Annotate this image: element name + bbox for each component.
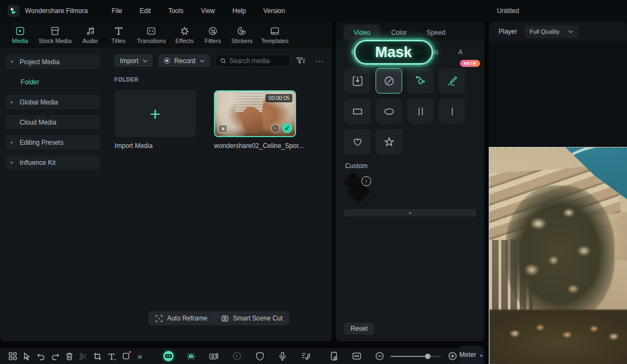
caret-right-icon: ▸ [11,160,15,165]
custom-mask-item[interactable]: ↑ [345,174,372,202]
tab-stock-media[interactable]: Stock Media [36,24,75,45]
menubar: Wondershare Filmora File Edit Tools View… [0,0,627,22]
double-line-mask-icon[interactable] [407,98,434,124]
tab-speed[interactable]: Speed [417,24,454,41]
record-icon [164,58,170,64]
media-body: ▾ Project Media Folder ▸ Global Media Cl… [0,48,332,341]
ai-copilot-icon[interactable] [161,350,175,363]
sidebar-item-project-media[interactable]: ▾ Project Media [5,54,100,69]
split-scissors-icon[interactable] [76,350,90,363]
plus-icon: + [150,104,161,123]
star-mask-icon[interactable] [376,129,402,155]
meter-button[interactable]: Meter ▲ [459,346,483,364]
sidebar-item-editing-presets[interactable]: ▸ Editing Presets [5,135,100,150]
sidebar-item-label: Folder [21,78,39,86]
more-options-icon[interactable]: ··· [315,57,324,65]
tab-transitions[interactable]: Transitions [134,24,169,45]
search-box[interactable] [216,54,291,67]
slider-thumb[interactable] [425,354,431,359]
import-media-label: Import Media [114,142,196,150]
content-toolbar: Import Record [114,54,324,67]
undo-icon[interactable] [34,350,48,363]
video-clip-thumbnail[interactable]: 00:00:05 ▣ ▷ ✓ [214,90,296,137]
chevron-down-icon [143,59,147,63]
filter-icon[interactable] [296,57,305,65]
tab-media[interactable]: Media [8,24,33,45]
smart-brush-mask-icon[interactable] [439,68,465,94]
custom-section-label: Custom [345,162,484,170]
heart-mask-icon[interactable] [344,129,371,155]
menu-view[interactable]: View [194,5,222,17]
pointer-tool-icon[interactable] [20,350,34,363]
workspace-grid-icon[interactable] [5,350,20,363]
menu-tools[interactable]: Tools [162,5,190,17]
redo-icon[interactable] [48,350,62,363]
auto-reframe-button[interactable]: Auto Reframe [155,314,207,323]
timeline-zoom-slider[interactable] [391,356,441,357]
none-mask-icon[interactable] [376,68,402,94]
stock-media-icon [50,26,60,36]
screen-record-icon[interactable] [119,350,133,363]
player-header: Player Full Quality [489,22,627,41]
more-tools-icon[interactable]: » [133,350,147,363]
quality-value: Full Quality [530,28,560,35]
video-preview-selected[interactable] [489,147,627,364]
tab-titles[interactable]: Titles [106,24,131,45]
single-line-mask-icon[interactable] [439,98,465,124]
project-title: Untitled [497,7,519,15]
menu-file[interactable]: File [105,5,128,17]
text-tool-icon[interactable] [104,350,119,363]
tab-filters[interactable]: Filters [200,24,225,45]
subtab-a[interactable]: A [444,48,477,56]
reset-button[interactable]: Reset [344,323,374,335]
tab-video[interactable]: Video [343,24,380,41]
search-input[interactable] [229,57,286,65]
fit-timeline-icon[interactable] [349,350,364,363]
tab-audio[interactable]: Audio [78,24,103,45]
mask-highlight-callout[interactable]: Mask [354,40,433,65]
mask-shape-grid: BETA [336,64,484,155]
menu-edit[interactable]: Edit [133,5,158,17]
sidebar-item-label: Project Media [20,58,59,66]
audio-mixer-icon[interactable] [298,350,312,363]
menu-help[interactable]: Help [226,5,253,17]
sidebar-item-global-media[interactable]: ▸ Global Media [5,95,100,109]
smart-scene-cut-button[interactable]: Smart Scene Cut [221,314,282,323]
tab-effects[interactable]: Effects [172,24,197,45]
zoom-in-icon[interactable] [445,350,459,363]
device-preview-icon[interactable] [327,350,341,363]
import-media-tile[interactable]: + [114,90,196,137]
playback-quality-dropdown[interactable]: Full Quality [525,26,578,38]
sidebar-item-cloud-media[interactable]: Cloud Media [5,115,100,129]
delete-icon[interactable] [62,350,76,363]
sidebar-item-influence-kit[interactable]: ▸ Influence Kit [5,155,100,170]
render-preview-icon[interactable] [230,350,244,363]
media-icon [15,26,26,36]
menu-version[interactable]: Version [257,5,292,17]
snapshot-camera-icon[interactable] [207,350,221,363]
slider-track-fill [391,356,427,357]
collapse-bar[interactable]: ▲ [344,209,476,217]
import-mask-icon[interactable] [344,68,371,94]
tab-templates[interactable]: Templates [259,24,291,45]
caret-right-icon: ▸ [11,100,15,104]
zoom-out-icon[interactable] [372,350,386,363]
voiceover-mic-icon[interactable] [275,350,290,363]
tab-templates-label: Templates [261,38,288,44]
caret-down-icon: ▾ [11,59,15,64]
import-dropdown[interactable]: Import [114,54,153,67]
triangle-up-icon: ▲ [409,211,412,214]
rectangle-mask-icon[interactable] [344,98,371,124]
pen-draw-mask-icon[interactable] [407,68,434,94]
ai-sticker-icon[interactable] [184,350,198,363]
crop-icon[interactable] [90,350,104,363]
ellipse-mask-icon[interactable] [376,98,402,124]
sidebar-item-folder[interactable]: Folder [5,75,100,89]
record-dropdown[interactable]: Record [158,54,210,67]
tab-stickers[interactable]: Stickers [229,24,255,45]
filmora-logo-icon[interactable] [8,5,20,17]
shield-mark-icon[interactable] [253,350,267,363]
folder-section-label: FOLDER [114,77,324,83]
tab-color[interactable]: Color [380,24,417,41]
tab-video-label: Video [354,29,370,36]
